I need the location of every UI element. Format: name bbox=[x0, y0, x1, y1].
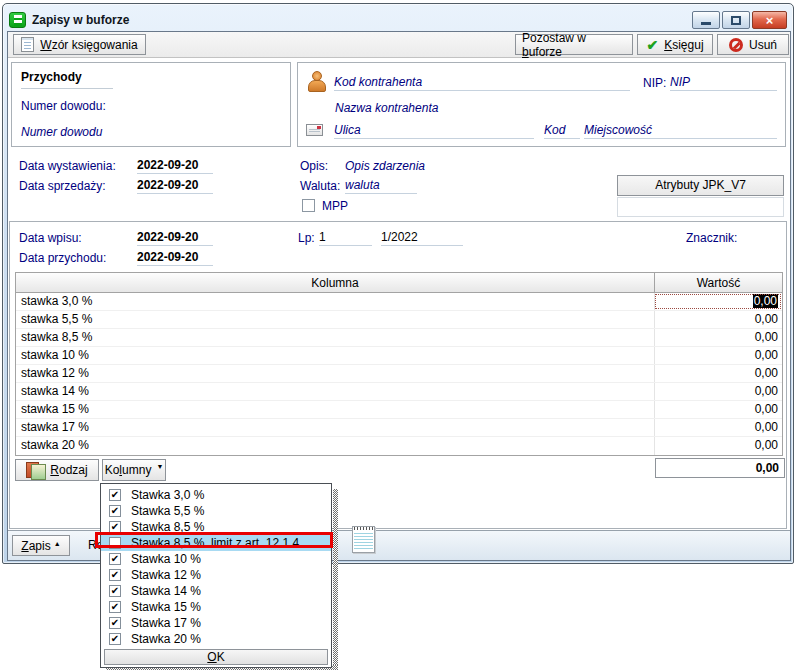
row-label: stawka 14 % bbox=[16, 383, 654, 400]
miejscowosc-field[interactable]: Miejscowość bbox=[584, 123, 777, 139]
ksieguj-button[interactable]: ✔ Księguj bbox=[637, 34, 713, 55]
close-button[interactable]: × bbox=[752, 11, 787, 29]
dropdown-item[interactable]: ✔ Stawka 10 % bbox=[101, 551, 331, 567]
pozostaw-w-buforze-button[interactable]: Pozostaw w buforze bbox=[515, 34, 633, 55]
data-sprzedazy-value[interactable]: 2022-09-20 bbox=[137, 178, 213, 194]
table-row[interactable]: stawka 15 % 0,00 bbox=[16, 401, 782, 419]
row-value: 0,00 bbox=[755, 402, 778, 416]
table-row[interactable]: stawka 17 % 0,00 bbox=[16, 419, 782, 437]
lp-value[interactable]: 1 bbox=[319, 230, 372, 246]
data-wystawienia-value[interactable]: 2022-09-20 bbox=[137, 158, 213, 174]
opis-field[interactable]: Opis zdarzenia bbox=[345, 159, 425, 173]
mpp-checkbox[interactable] bbox=[302, 199, 315, 212]
item-label: Stawka 10 % bbox=[131, 552, 201, 566]
row-value-cell[interactable]: 0,00 bbox=[654, 401, 782, 418]
table-body: stawka 3,0 % 0,00 stawka 5,5 % 0,00 bbox=[16, 293, 782, 455]
kolumny-dropdown-menu: ✔ Stawka 3,0 % ✔ Stawka 5,5 % ✔ Stawka 8… bbox=[100, 483, 332, 668]
znacznik-label: Znacznik: bbox=[686, 231, 737, 245]
row-label: stawka 12 % bbox=[16, 365, 654, 382]
item-checkbox[interactable]: ✔ bbox=[109, 505, 121, 517]
row-value-cell[interactable]: 0,00 bbox=[654, 365, 782, 382]
row-value-cell[interactable]: 0,00 bbox=[654, 437, 782, 455]
dropdown-item[interactable]: ✔ Stawka 12 % bbox=[101, 567, 331, 583]
row-value-cell[interactable]: 0,00 bbox=[654, 419, 782, 436]
usun-label: Usuń bbox=[749, 38, 777, 52]
toolbar: Wzór księgowania Pozostaw w buforze ✔ Ks… bbox=[8, 32, 790, 58]
table-row[interactable]: stawka 12 % 0,00 bbox=[16, 365, 782, 383]
wzor-ksiegowania-button[interactable]: Wzór księgowania bbox=[13, 34, 146, 55]
checkmark-icon: ✔ bbox=[111, 602, 119, 612]
maximize-button[interactable] bbox=[722, 11, 750, 29]
dropdown-shadow-right bbox=[333, 489, 338, 670]
numer-dowodu-field[interactable]: Numer dowodu bbox=[21, 125, 102, 139]
dropdown-item[interactable]: ✔ Stawka 5,5 % bbox=[101, 503, 331, 519]
usun-button[interactable]: Usuń bbox=[717, 34, 789, 55]
waluta-field[interactable]: waluta bbox=[345, 178, 417, 194]
folder-icon bbox=[26, 462, 45, 478]
nazwa-kontrahenta-field[interactable]: Nazwa kontrahenta bbox=[335, 101, 438, 115]
notepad-icon[interactable] bbox=[352, 526, 375, 553]
table-row[interactable]: stawka 14 % 0,00 bbox=[16, 383, 782, 401]
data-przychodu-value[interactable]: 2022-09-20 bbox=[137, 250, 213, 266]
row-label: stawka 3,0 % bbox=[16, 293, 654, 310]
dropdown-item[interactable]: ✔ Stawka 20 % bbox=[101, 631, 331, 647]
table-row[interactable]: stawka 8,5 % 0,00 bbox=[16, 329, 782, 347]
dropdown-item[interactable]: ✔ Stawka 17 % bbox=[101, 615, 331, 631]
document-icon bbox=[21, 37, 34, 52]
item-checkbox[interactable]: ✔ bbox=[109, 553, 121, 565]
dropdown-item[interactable]: ✔ Stawka 14 % bbox=[101, 583, 331, 599]
atrybuty-jpk-field[interactable] bbox=[617, 197, 784, 217]
checkmark-icon: ✔ bbox=[646, 38, 658, 52]
dropdown-item[interactable]: ✔ Stawka 15 % bbox=[101, 599, 331, 615]
kod-kontrahenta-field[interactable]: Kod kontrahenta bbox=[334, 75, 630, 91]
annotation-highlight-box bbox=[95, 532, 333, 548]
item-checkbox[interactable]: ✔ bbox=[109, 617, 121, 629]
screen: Zapisy w buforze × Wzór księgowania Pozo… bbox=[0, 0, 800, 671]
table-row[interactable]: stawka 10 % 0,00 bbox=[16, 347, 782, 365]
checkmark-icon: ✔ bbox=[111, 586, 119, 596]
item-label: Stawka 17 % bbox=[131, 616, 201, 630]
item-label: Stawka 3,0 % bbox=[131, 488, 204, 502]
titlebar: Zapisy w buforze × bbox=[9, 8, 787, 32]
pozostaw-label: Pozostaw w buforze bbox=[522, 31, 626, 59]
row-value-cell[interactable]: 0,00 bbox=[654, 329, 782, 346]
row-label: stawka 5,5 % bbox=[16, 311, 654, 328]
atrybuty-jpk-button[interactable]: Atrybuty JPK_V7 bbox=[617, 175, 784, 196]
item-checkbox[interactable]: ✔ bbox=[109, 569, 121, 581]
kod-pocztowy-field[interactable]: Kod bbox=[544, 123, 580, 139]
rodzaj-label: Rodzaj bbox=[50, 463, 87, 477]
item-checkbox[interactable]: ✔ bbox=[109, 585, 121, 597]
checkmark-icon: ✔ bbox=[111, 618, 119, 628]
row-label: stawka 8,5 % bbox=[16, 329, 654, 346]
window-controls: × bbox=[692, 11, 787, 29]
column-header-kolumna[interactable]: Kolumna bbox=[16, 273, 654, 292]
dropdown-item[interactable]: ✔ Stawka 3,0 % bbox=[101, 487, 331, 503]
row-value-cell[interactable]: 0,00 bbox=[654, 347, 782, 364]
row-value-cell[interactable]: 0,00 bbox=[654, 383, 782, 400]
item-checkbox[interactable]: ✔ bbox=[109, 489, 121, 501]
row-value-cell[interactable]: 0,00 bbox=[654, 311, 782, 328]
data-wpisu-value[interactable]: 2022-09-20 bbox=[137, 230, 213, 246]
total-value[interactable]: 0,00 bbox=[655, 458, 785, 478]
table-row[interactable]: stawka 5,5 % 0,00 bbox=[16, 311, 782, 329]
app-window: Zapisy w buforze × Wzór księgowania Pozo… bbox=[2, 3, 794, 564]
item-checkbox[interactable]: ✔ bbox=[109, 633, 121, 645]
item-label: Stawka 5,5 % bbox=[131, 504, 204, 518]
nip-field[interactable]: NIP bbox=[670, 75, 777, 91]
minimize-button[interactable] bbox=[692, 11, 720, 29]
row-value: 0,00 bbox=[755, 384, 778, 398]
rodzaj-button[interactable]: Rodzaj bbox=[15, 459, 99, 481]
column-header-wartosc[interactable]: Wartość bbox=[654, 273, 782, 292]
ulica-field[interactable]: Ulica bbox=[334, 123, 534, 139]
row-value: 0,00 bbox=[755, 312, 778, 326]
kontrahent-groupbox: Kod kontrahenta NIP: NIP Nazwa kontrahen… bbox=[297, 62, 786, 147]
dropdown-ok-button[interactable]: OK bbox=[104, 649, 328, 665]
item-checkbox[interactable]: ✔ bbox=[109, 601, 121, 613]
numer-wpisu-value[interactable]: 1/2022 bbox=[381, 230, 463, 246]
kolumny-button[interactable]: Kolumny ▼ bbox=[102, 459, 166, 481]
table-row[interactable]: stawka 3,0 % 0,00 bbox=[16, 293, 782, 311]
zapis-button[interactable]: Zapis ▲ bbox=[12, 535, 70, 556]
numer-dowodu-label: Numer dowodu: bbox=[21, 99, 106, 113]
row-value-cell[interactable]: 0,00 bbox=[654, 293, 782, 310]
table-row[interactable]: stawka 20 % 0,00 bbox=[16, 437, 782, 455]
